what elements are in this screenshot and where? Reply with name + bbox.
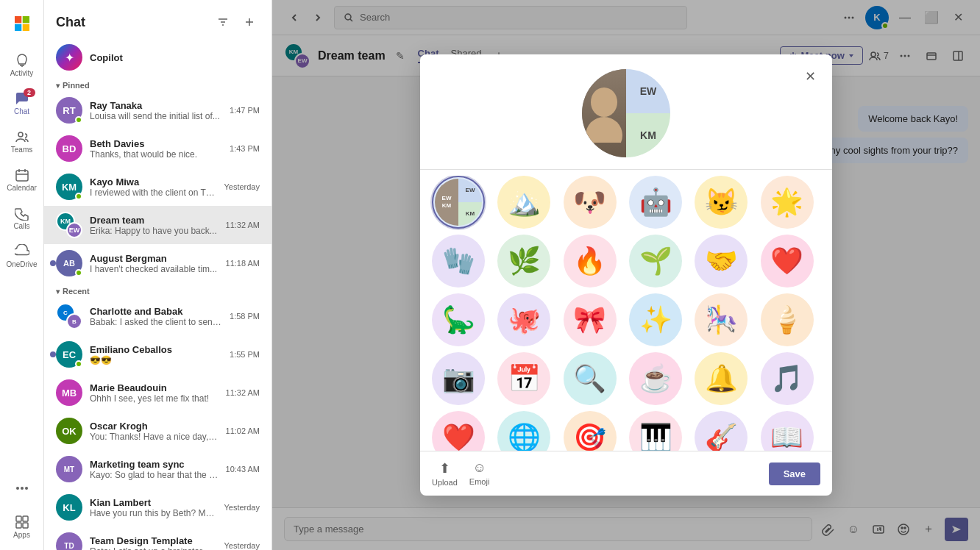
chat-preview: Kayo: So glad to hear that the r... <box>90 470 219 480</box>
sticker-item[interactable]: ✨ <box>629 293 682 346</box>
emoji-icon: ☺ <box>472 460 486 476</box>
sticker-item[interactable]: 🏔️ <box>497 176 550 229</box>
sticker-item[interactable]: 🦕 <box>432 293 485 346</box>
chat-time: Yesterday <box>224 541 260 550</box>
chat-name: Dream team <box>90 215 219 226</box>
sticker-item[interactable]: 🔔 <box>695 352 748 405</box>
chat-info: Team Design Template Reta: Let's set up … <box>90 535 216 551</box>
sticker-item[interactable]: 🤖 <box>629 176 682 229</box>
chat-item-oscar[interactable]: OK Oscar Krogh You: Thanks! Have a nice … <box>44 412 271 450</box>
chat-time: 1:55 PM <box>230 350 260 359</box>
avatar-marketing: MT <box>56 456 82 482</box>
nav-chat[interactable]: 2 Chat <box>4 85 40 121</box>
chat-time: 11:32 AM <box>226 221 260 229</box>
recent-section-label[interactable]: ▾ Recent <box>44 282 271 297</box>
svg-point-7 <box>21 487 24 490</box>
sticker-item[interactable]: 🍦 <box>761 293 814 346</box>
sticker-item[interactable]: 🎯 <box>564 411 617 451</box>
sticker-item[interactable]: 📖 <box>761 411 814 451</box>
emoji-button[interactable]: ☺ Emoji <box>469 460 490 487</box>
chat-item-dream-team[interactable]: KM EW Dream team Erika: Happy to have yo… <box>44 206 271 244</box>
nav-apps[interactable]: Apps <box>4 509 40 544</box>
chat-item-beth-davies[interactable]: BD Beth Davies Thanks, that would be nic… <box>44 129 271 168</box>
chat-item-kian[interactable]: KL Kian Lambert Have you run this by Bet… <box>44 488 271 526</box>
chat-time: 11:18 AM <box>226 259 260 268</box>
group-avatar-q2: EW <box>626 69 670 113</box>
avatar-marie: MB <box>56 379 82 406</box>
sticker-item[interactable]: 🔥 <box>564 235 617 288</box>
chat-info: Oscar Krogh You: Thanks! Have a nice day… <box>90 421 219 442</box>
recent-arrow: ▾ <box>56 288 60 296</box>
sticker-item[interactable]: ❤️ <box>432 411 485 451</box>
footer-actions: ⬆ Upload ☺ Emoji <box>432 460 489 487</box>
sticker-item[interactable]: ❤️ <box>761 235 814 288</box>
chat-time: 1:58 PM <box>230 312 260 321</box>
main-area: K — ⬜ ✕ KM EW Dream team ✎ Chat Shared ＋… <box>272 0 980 550</box>
chat-item-emiliano[interactable]: EC Emiliano Ceballos 😎😎 1:55 PM <box>44 335 271 374</box>
sticker-item[interactable]: 📅 <box>497 352 550 405</box>
nav-apps-label: Apps <box>13 531 30 539</box>
sticker-item[interactable]: 🌿 <box>497 235 550 288</box>
sticker-item[interactable]: 🌟 <box>761 176 814 229</box>
nav-chat-label: Chat <box>14 107 29 115</box>
sticker-item[interactable]: 🎀 <box>564 293 617 346</box>
copilot-name: Copilot <box>90 52 123 63</box>
upload-button[interactable]: ⬆ Upload <box>432 460 458 487</box>
group-avatar-q3: KM <box>626 113 670 157</box>
avatar-team-design: TD <box>56 532 82 550</box>
chat-name: Kayo Miwa <box>90 176 216 188</box>
chat-item-charlotte-babak[interactable]: C B Charlotte and Babak Babak: I asked t… <box>44 297 271 335</box>
chat-preview: 😎😎 <box>90 355 222 365</box>
chat-item-marie[interactable]: MB Marie Beaudouin Ohhh I see, yes let m… <box>44 374 271 412</box>
modal-close-button[interactable]: ✕ <box>800 66 820 87</box>
new-chat-button[interactable] <box>239 12 260 32</box>
chat-item-kayo-miwa[interactable]: KM Kayo Miwa I reviewed with the client … <box>44 168 271 206</box>
chat-time: 11:32 AM <box>226 388 260 397</box>
nav-more[interactable] <box>4 471 40 506</box>
sticker-item[interactable]: 🌱 <box>629 235 682 288</box>
sticker-item[interactable]: 🎵 <box>761 352 814 405</box>
chat-item-marketing[interactable]: MT Marketing team sync Kayo: So glad to … <box>44 450 271 488</box>
svg-point-8 <box>25 487 28 490</box>
sticker-item[interactable]: 🔍 <box>564 352 617 405</box>
sticker-item[interactable]: 😼 <box>695 176 748 229</box>
sticker-item[interactable]: 🎸 <box>695 411 748 451</box>
ms-logo[interactable] <box>4 6 40 41</box>
filter-button[interactable] <box>213 12 233 32</box>
unread-dot <box>50 351 56 357</box>
avatar-oscar: OK <box>56 418 82 444</box>
nav-calls[interactable]: Calls <box>4 200 40 235</box>
sticker-item[interactable]: 🐙 <box>497 293 550 346</box>
sticker-item[interactable]: 🎹 <box>629 411 682 451</box>
svg-rect-0 <box>15 16 21 23</box>
avatar-dream-team: KM EW <box>56 212 82 238</box>
chat-name: Team Design Template <box>90 535 216 546</box>
sticker-item[interactable]: ☕ <box>629 352 682 405</box>
chat-info: Dream team Erika: Happy to have you back… <box>90 215 219 236</box>
svg-rect-5 <box>16 171 28 181</box>
save-button[interactable]: Save <box>769 463 820 485</box>
nav-teams[interactable]: Teams <box>4 124 40 159</box>
copilot-item[interactable]: ✦ Copilot <box>44 38 271 76</box>
chat-preview: Babak: I asked the client to send... <box>90 317 222 327</box>
sticker-item[interactable]: 🤝 <box>695 235 748 288</box>
chat-item-ray-tanaka[interactable]: RT Ray Tanaka Louisa will send the initi… <box>44 91 271 129</box>
chat-item-august-bergman[interactable]: AB August Bergman I haven't checked avai… <box>44 244 271 282</box>
upload-icon: ⬆ <box>439 460 450 476</box>
pinned-section-label[interactable]: ▾ Pinned <box>44 76 271 91</box>
chat-name: Charlotte and Babak <box>90 306 222 317</box>
chat-item-team-design[interactable]: TD Team Design Template Reta: Let's set … <box>44 526 271 550</box>
chat-badge: 2 <box>24 88 35 97</box>
sticker-item[interactable]: 📷 <box>432 352 485 405</box>
sticker-item[interactable]: 🎠 <box>695 293 748 346</box>
modal-divider <box>420 169 832 170</box>
chat-preview: Louisa will send the initial list of... <box>90 111 222 121</box>
sticker-item[interactable]: 🐶 <box>564 176 617 229</box>
nav-onedrive[interactable]: OneDrive <box>4 238 40 274</box>
sticker-item[interactable]: 🌐 <box>497 411 550 451</box>
nav-activity[interactable]: Activity <box>4 47 40 82</box>
nav-calendar[interactable]: Calendar <box>4 162 40 197</box>
sticker-item[interactable]: 🧤 <box>432 235 485 288</box>
sticker-item[interactable]: EWKM EW KM <box>432 176 485 229</box>
avatar-emiliano: EC <box>56 341 82 368</box>
